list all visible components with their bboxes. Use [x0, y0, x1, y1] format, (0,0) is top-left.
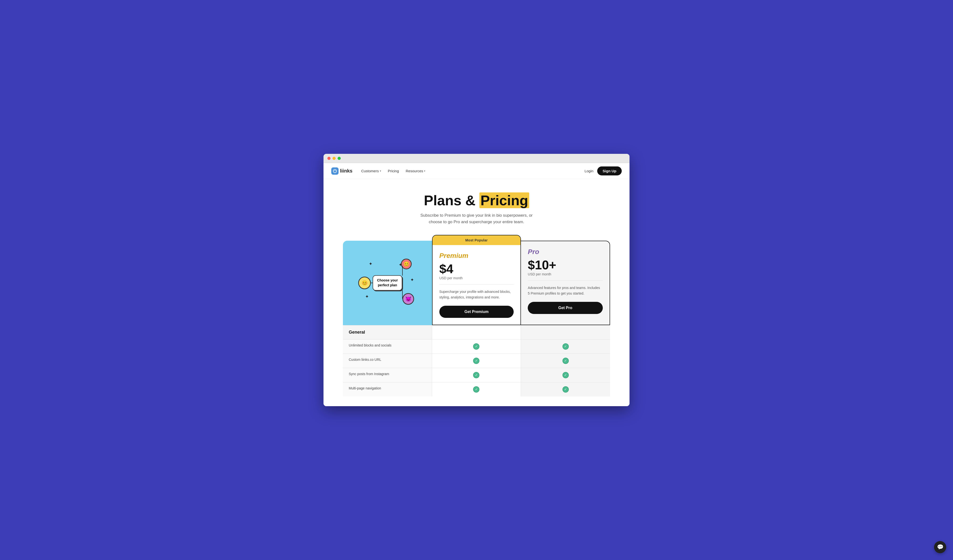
premium-plan-card: Most Popular Premium $4 USD per month Su…	[432, 235, 521, 325]
check-icon: ✓	[562, 372, 569, 378]
illustration-card: ✦ ✦ ✦ ✦ 😊 😊 😈	[343, 241, 432, 325]
general-label: General	[343, 325, 432, 339]
traffic-light-minimize[interactable]	[332, 157, 336, 160]
emoji-node-purple: 😈	[402, 293, 414, 305]
hero-section: Plans & Pricing Subscribe to Premium to …	[323, 179, 630, 233]
chat-icon: 💬	[937, 544, 944, 550]
feature-cell-pro-url: ✓	[521, 354, 610, 368]
nav-resources[interactable]: Resources ▾	[406, 169, 425, 173]
sparkle-icon: ✦	[369, 261, 372, 266]
hero-subtitle: Subscribe to Premium to give your link i…	[416, 212, 537, 225]
feature-cell-pro-instagram: ✓	[521, 368, 610, 382]
feature-label-multipage: Multi-page navigation	[343, 382, 432, 396]
navbar: liinks Customers ▾ Pricing Resources ▾ L…	[323, 163, 630, 179]
hero-title: Plans & Pricing	[328, 193, 625, 208]
nav-links: Customers ▾ Pricing Resources ▾	[361, 169, 584, 173]
traffic-light-maximize[interactable]	[338, 157, 341, 160]
premium-description: Supercharge your profile with advanced b…	[439, 289, 514, 300]
check-icon: ✓	[473, 372, 480, 378]
feature-cell-premium-instagram: ✓	[432, 368, 521, 382]
check-icon: ✓	[473, 357, 480, 364]
pro-plan-period: USD per month	[528, 272, 603, 276]
chat-widget[interactable]: 💬	[934, 541, 946, 553]
premium-general-cell	[432, 325, 521, 339]
traffic-light-close[interactable]	[327, 157, 331, 160]
check-icon: ✓	[562, 343, 569, 350]
premium-plan-price: $4	[439, 263, 514, 275]
nav-actions: Login Sign Up	[585, 166, 622, 175]
login-button[interactable]: Login	[585, 169, 594, 173]
choose-plan-box: Choose your perfect plan	[373, 275, 402, 291]
get-pro-button[interactable]: Get Pro	[528, 302, 603, 314]
chevron-down-icon: ▾	[424, 170, 425, 172]
premium-plan-period: USD per month	[439, 276, 514, 280]
nav-customers[interactable]: Customers ▾	[361, 169, 381, 173]
feature-section-general: General	[343, 325, 610, 339]
sparkle-icon: ✦	[365, 294, 368, 299]
feature-label-url: Custom liinks.co URL	[343, 354, 432, 368]
browser-window: liinks Customers ▾ Pricing Resources ▾ L…	[323, 154, 630, 406]
feature-label-instagram: Sync posts from Instagram	[343, 368, 432, 382]
most-popular-badge: Most Popular	[433, 235, 521, 245]
browser-chrome	[323, 154, 630, 163]
check-icon: ✓	[473, 386, 480, 393]
pricing-grid: ✦ ✦ ✦ ✦ 😊 😊 😈	[343, 241, 610, 325]
feature-row-unlimited: Unlimited blocks and socials ✓ ✓	[343, 339, 610, 354]
logo[interactable]: liinks	[331, 167, 352, 175]
check-icon: ✓	[473, 343, 480, 350]
logo-icon	[331, 167, 338, 175]
feature-cell-premium-url: ✓	[432, 354, 521, 368]
feature-row-multipage: Multi-page navigation ✓ ✓	[343, 382, 610, 396]
feature-row-instagram: Sync posts from Instagram ✓ ✓	[343, 368, 610, 382]
pro-plan-name: Pro	[528, 248, 603, 256]
feature-cell-premium-unlimited: ✓	[432, 339, 521, 354]
pricing-area: ✦ ✦ ✦ ✦ 😊 😊 😈	[323, 233, 630, 406]
svg-point-0	[333, 169, 337, 173]
hero-title-highlight: Pricing	[480, 192, 529, 208]
pro-plan-card: Pro $10+ USD per month Advanced features…	[521, 241, 610, 325]
feature-row-url: Custom liinks.co URL ✓ ✓	[343, 354, 610, 368]
pro-divider	[528, 280, 603, 281]
premium-plan-name: Premium	[439, 252, 514, 260]
pro-description: Advanced features for pros and teams. In…	[528, 285, 603, 296]
pro-plan-price: $10+	[528, 258, 603, 271]
check-icon: ✓	[562, 386, 569, 393]
signup-button[interactable]: Sign Up	[597, 166, 622, 175]
feature-cell-pro-multipage: ✓	[521, 382, 610, 396]
logo-text: liinks	[340, 168, 352, 174]
nav-pricing[interactable]: Pricing	[388, 169, 399, 173]
feature-label-unlimited: Unlimited blocks and socials	[343, 339, 432, 354]
feature-cell-premium-multipage: ✓	[432, 382, 521, 396]
emoji-node-yellow: 😊	[358, 277, 371, 289]
illustration-container: ✦ ✦ ✦ ✦ 😊 😊 😈	[358, 256, 416, 309]
chevron-down-icon: ▾	[380, 170, 381, 172]
get-premium-button[interactable]: Get Premium	[439, 306, 514, 318]
feature-table: General Unlimited blocks and socials ✓ ✓…	[343, 325, 610, 396]
pro-general-cell	[521, 325, 610, 339]
premium-card-content: Premium $4 USD per month Supercharge you…	[433, 245, 521, 325]
feature-cell-pro-unlimited: ✓	[521, 339, 610, 354]
sparkle-icon: ✦	[410, 278, 414, 282]
emoji-node-pink: 😊	[401, 258, 412, 269]
check-icon: ✓	[562, 357, 569, 364]
